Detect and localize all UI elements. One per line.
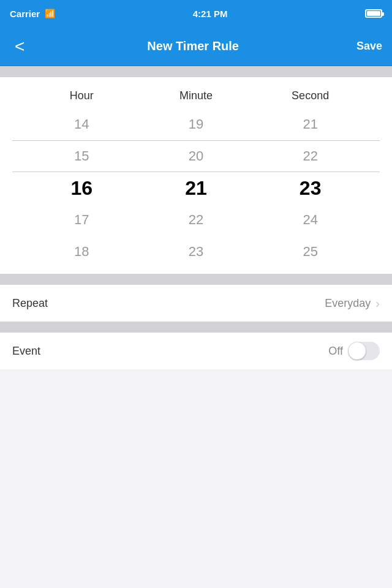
repeat-label: Repeat bbox=[12, 297, 48, 310]
picker-item-selected: 23 bbox=[274, 172, 347, 204]
lower-separator bbox=[0, 322, 392, 333]
bottom-space bbox=[0, 369, 392, 431]
picker-item-selected: 21 bbox=[159, 172, 233, 204]
battery-icon bbox=[365, 9, 382, 18]
picker-item: 19 bbox=[159, 108, 233, 140]
event-toggle[interactable] bbox=[348, 342, 380, 360]
time-picker[interactable]: Hour Minute Second 14 15 16 17 18 19 20 … bbox=[0, 77, 392, 274]
picker-body[interactable]: 14 15 16 17 18 19 20 21 22 23 21 22 23 2… bbox=[0, 108, 392, 268]
minute-column[interactable]: 19 20 21 22 23 bbox=[159, 108, 233, 268]
event-label: Event bbox=[12, 345, 40, 358]
middle-separator bbox=[0, 274, 392, 285]
top-separator bbox=[0, 66, 392, 77]
picker-item: 21 bbox=[274, 108, 347, 140]
repeat-right: Everyday › bbox=[325, 296, 380, 311]
time-label: 4:21 PM bbox=[193, 9, 228, 19]
picker-item-selected: 16 bbox=[45, 172, 118, 204]
second-label: Second bbox=[274, 89, 347, 102]
status-bar: Carrier 📶 4:21 PM bbox=[0, 0, 392, 27]
page-title: New Timer Rule bbox=[147, 39, 239, 53]
nav-bar: < New Timer Rule Save bbox=[0, 27, 392, 66]
event-row: Event Off bbox=[0, 333, 392, 369]
hour-column[interactable]: 14 15 16 17 18 bbox=[45, 108, 118, 268]
settings-section: Repeat Everyday › bbox=[0, 285, 392, 322]
hour-label: Hour bbox=[45, 89, 118, 102]
status-left: Carrier 📶 bbox=[10, 9, 55, 19]
carrier-label: Carrier bbox=[10, 9, 40, 19]
repeat-value: Everyday bbox=[325, 297, 371, 310]
picker-item: 20 bbox=[159, 140, 233, 172]
picker-item: 24 bbox=[274, 204, 347, 236]
back-button[interactable]: < bbox=[10, 34, 29, 59]
event-section: Event Off bbox=[0, 333, 392, 369]
toggle-knob bbox=[349, 342, 366, 360]
repeat-row[interactable]: Repeat Everyday › bbox=[0, 285, 392, 322]
event-value: Off bbox=[328, 345, 343, 358]
picker-item: 17 bbox=[45, 204, 118, 236]
picker-item: 23 bbox=[159, 236, 233, 268]
picker-item: 15 bbox=[45, 140, 118, 172]
chevron-right-icon: › bbox=[375, 296, 380, 311]
picker-item: 18 bbox=[45, 236, 118, 268]
picker-item: 22 bbox=[159, 204, 233, 236]
picker-item: 25 bbox=[274, 236, 347, 268]
save-button[interactable]: Save bbox=[356, 40, 382, 53]
picker-item: 22 bbox=[274, 140, 347, 172]
event-right: Off bbox=[328, 342, 380, 360]
picker-header: Hour Minute Second bbox=[0, 89, 392, 102]
picker-item: 14 bbox=[45, 108, 118, 140]
minute-label: Minute bbox=[159, 89, 233, 102]
wifi-icon: 📶 bbox=[45, 9, 55, 18]
second-column[interactable]: 21 22 23 24 25 bbox=[274, 108, 347, 268]
